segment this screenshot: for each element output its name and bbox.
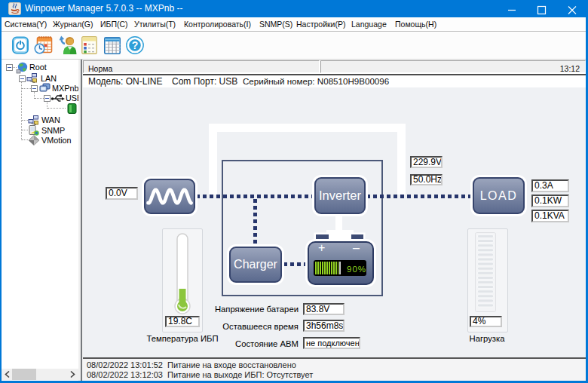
svg-text:?: ? [132,39,139,51]
